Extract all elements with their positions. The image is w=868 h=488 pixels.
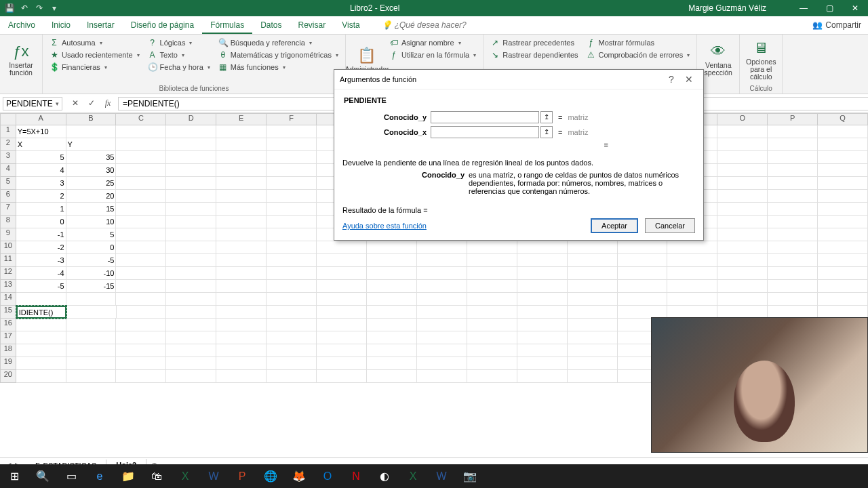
cell[interactable] <box>618 254 668 267</box>
cell[interactable] <box>116 177 166 190</box>
cell[interactable] <box>216 228 267 241</box>
cell[interactable] <box>367 241 417 254</box>
cell[interactable] <box>717 151 768 164</box>
cell[interactable] <box>267 267 317 280</box>
cell[interactable] <box>166 151 216 164</box>
cell[interactable] <box>166 241 216 254</box>
cell[interactable] <box>367 357 417 370</box>
cell[interactable] <box>367 319 417 331</box>
cell[interactable] <box>417 254 467 267</box>
cell[interactable] <box>367 370 417 383</box>
cell[interactable] <box>116 293 166 306</box>
row-header[interactable]: 12 <box>0 267 16 280</box>
tab-archivo[interactable]: Archivo <box>0 16 43 34</box>
watch-window-button[interactable]: 👁 Ventana spección <box>701 36 735 83</box>
tab-formulas[interactable]: Fórmulas <box>202 16 252 34</box>
maximize-icon[interactable]: ▢ <box>819 3 840 13</box>
cell[interactable] <box>768 228 818 241</box>
cell[interactable] <box>16 344 66 357</box>
cell[interactable] <box>717 241 768 254</box>
cell[interactable] <box>818 267 868 280</box>
trace-dependents-button[interactable]: ↘Rastrear dependientes <box>488 49 580 60</box>
cell[interactable] <box>818 280 868 293</box>
cell[interactable] <box>267 125 317 138</box>
cell[interactable] <box>517 370 568 383</box>
cell[interactable] <box>166 293 216 306</box>
excel-icon[interactable]: X <box>175 466 195 487</box>
cell[interactable]: 1 <box>16 203 66 216</box>
explorer-icon[interactable]: 📁 <box>118 466 138 487</box>
lookup-button[interactable]: 🔍Búsqueda y referencia▾ <box>216 37 341 48</box>
cell[interactable] <box>166 216 216 228</box>
cell[interactable] <box>317 344 367 357</box>
arg-x-input[interactable] <box>431 126 539 138</box>
cell[interactable] <box>768 138 818 151</box>
row-header[interactable]: 10 <box>0 241 16 254</box>
cell[interactable] <box>116 370 166 383</box>
function-help-link[interactable]: Ayuda sobre esta función <box>342 222 427 230</box>
logical-button[interactable]: ?Lógicas▾ <box>145 37 213 48</box>
cell[interactable] <box>216 241 267 254</box>
cell[interactable] <box>66 331 117 344</box>
col-header[interactable]: O <box>717 113 768 125</box>
cell[interactable] <box>367 254 417 267</box>
cell[interactable]: 4 <box>16 164 66 177</box>
row-header[interactable]: 16 <box>0 319 16 331</box>
task-view-icon[interactable]: ▭ <box>61 466 81 487</box>
cell[interactable] <box>317 319 367 331</box>
save-icon[interactable]: 💾 <box>3 3 16 13</box>
cell[interactable] <box>267 177 317 190</box>
cell[interactable] <box>216 331 267 344</box>
cell[interactable] <box>116 241 166 254</box>
math-button[interactable]: θMatemáticas y trigonométricas▾ <box>216 49 341 60</box>
cell[interactable] <box>16 293 66 306</box>
cell[interactable] <box>818 125 868 138</box>
datetime-button[interactable]: 🕒Fecha y hora▾ <box>145 62 213 73</box>
cell[interactable] <box>166 125 216 138</box>
cell[interactable] <box>216 267 267 280</box>
col-header[interactable]: Q <box>818 113 868 125</box>
cell[interactable] <box>667 280 717 293</box>
cell[interactable] <box>116 164 166 177</box>
cell[interactable] <box>818 293 868 306</box>
cell[interactable] <box>166 344 216 357</box>
cell[interactable] <box>367 344 417 357</box>
cell[interactable] <box>267 344 317 357</box>
cell[interactable] <box>768 280 818 293</box>
cell[interactable] <box>66 344 117 357</box>
cell[interactable] <box>367 331 417 344</box>
cell[interactable]: 3 <box>16 177 66 190</box>
col-header[interactable]: D <box>166 113 216 125</box>
cell[interactable] <box>818 228 868 241</box>
row-header[interactable]: 13 <box>0 280 16 293</box>
cell[interactable] <box>216 293 267 306</box>
cell[interactable] <box>717 267 768 280</box>
cell[interactable] <box>166 138 216 151</box>
cell[interactable] <box>216 319 267 331</box>
cell[interactable]: 5 <box>16 151 66 164</box>
chevron-down-icon[interactable]: ▾ <box>56 100 59 107</box>
cell[interactable]: Y=5X+10 <box>16 125 66 138</box>
row-header[interactable]: 14 <box>0 293 16 306</box>
cell[interactable] <box>768 254 818 267</box>
search-icon[interactable]: 🔍 <box>33 466 53 487</box>
cell[interactable] <box>517 280 568 293</box>
cell[interactable]: X <box>16 138 66 151</box>
use-in-formula-button[interactable]: ƒUtilizar en la fórmula▾ <box>387 49 479 60</box>
cell[interactable] <box>517 357 568 370</box>
cell[interactable] <box>216 306 267 319</box>
cell[interactable] <box>768 125 818 138</box>
qat-customize-icon[interactable]: ▾ <box>47 3 61 13</box>
cell[interactable] <box>216 216 267 228</box>
firefox-icon[interactable]: 🦊 <box>289 466 309 487</box>
row-header[interactable]: 8 <box>0 216 16 228</box>
row-header[interactable]: 17 <box>0 331 16 344</box>
tell-me[interactable]: ¿Qué desea hacer? <box>368 16 467 34</box>
cell[interactable] <box>267 164 317 177</box>
range-picker-x-icon[interactable]: ↥ <box>540 126 553 138</box>
tab-diseno[interactable]: Diseño de página <box>123 16 202 34</box>
cell[interactable] <box>166 357 216 370</box>
row-header[interactable]: 9 <box>0 228 16 241</box>
cell[interactable] <box>267 151 317 164</box>
cell[interactable] <box>818 216 868 228</box>
